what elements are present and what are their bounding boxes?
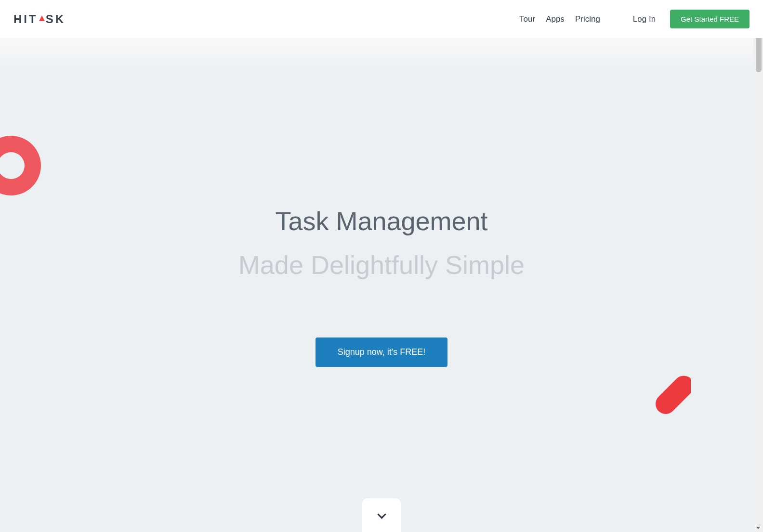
svg-rect-2 [651, 373, 691, 414]
arrow-down-icon [756, 527, 760, 529]
header: HITSK Tour Apps Pricing Log In Get Start… [0, 0, 763, 38]
chevron-down-icon [378, 511, 385, 519]
decoration-donut-icon [0, 134, 42, 197]
decoration-pill-icon [647, 373, 691, 414]
scroll-down-button[interactable] [362, 498, 401, 532]
login-link[interactable]: Log In [633, 14, 656, 24]
nav-apps[interactable]: Apps [546, 14, 565, 24]
get-started-button[interactable]: Get Started FREE [670, 10, 750, 28]
nav-pricing[interactable]: Pricing [575, 14, 600, 24]
signup-button[interactable]: Signup now, it's FREE! [316, 337, 448, 367]
logo[interactable]: HITSK [13, 12, 66, 27]
logo-suffix: SK [46, 13, 66, 26]
scrollbar-down-button[interactable] [753, 523, 763, 532]
logo-text: HITSK [13, 13, 66, 26]
main-nav: Tour Apps Pricing Log In Get Started FRE… [519, 10, 750, 28]
logo-a-icon [39, 15, 45, 21]
nav-tour[interactable]: Tour [519, 14, 535, 24]
hero-title: Task Management [275, 202, 487, 241]
scrollbar-track[interactable] [753, 0, 763, 532]
hero-section: Task Management Made Delightfully Simple… [0, 38, 763, 532]
logo-prefix: HIT [13, 13, 38, 26]
hero-gradient [0, 38, 763, 72]
hero-subtitle: Made Delightfully Simple [238, 246, 525, 285]
